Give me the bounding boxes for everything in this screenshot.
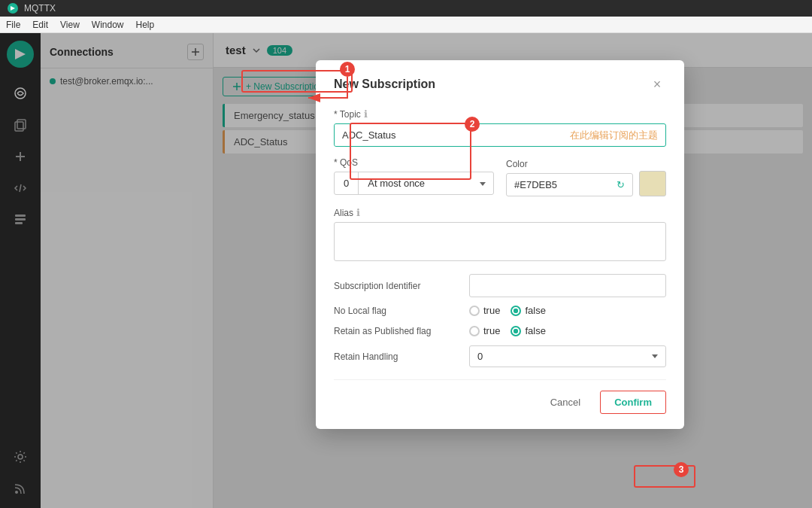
modal-title: New Subscription: [334, 78, 435, 91]
menu-edit[interactable]: Edit: [32, 20, 48, 30]
no-local-true-option[interactable]: true: [469, 305, 500, 316]
retain-handling-row: Retain Handling 0: [334, 345, 666, 367]
color-refresh-icon[interactable]: ↻: [609, 174, 632, 196]
menu-view[interactable]: View: [60, 20, 80, 30]
retain-handling-chevron: [652, 354, 658, 358]
subscription-identifier-input[interactable]: [469, 274, 666, 297]
retain-handling-select[interactable]: 0: [469, 345, 666, 367]
titlebar: MQTTX: [0, 0, 812, 17]
app-title: MQTTX: [24, 3, 56, 14]
qos-chevron-icon: [472, 172, 493, 194]
retain-published-false-radio[interactable]: [511, 326, 521, 336]
menu-window[interactable]: Window: [92, 20, 124, 30]
qos-col: * QoS 0 At most once: [334, 157, 494, 196]
subscription-identifier-label: Subscription Identifier: [334, 281, 469, 291]
alias-input[interactable]: [334, 222, 666, 261]
retain-published-label: Retain as Published flag: [334, 326, 469, 336]
svg-marker-0: [11, 6, 15, 11]
modal-close-button[interactable]: ×: [648, 75, 666, 93]
new-subscription-modal: New Subscription × * Topic ℹ 在此编辑订阅的主题 *…: [316, 60, 684, 429]
qos-label: * QoS: [334, 157, 494, 168]
topic-hint: 在此编辑订阅的主题: [570, 129, 658, 142]
menubar: File Edit View Window Help: [0, 17, 812, 33]
topic-input[interactable]: [335, 124, 561, 146]
retain-published-radio-group: true false: [469, 325, 546, 336]
cancel-button[interactable]: Cancel: [540, 391, 591, 413]
no-local-flag-row: No Local flag true false: [334, 305, 666, 316]
qos-value: 0: [335, 172, 359, 194]
subscription-identifier-row: Subscription Identifier: [334, 274, 666, 297]
alias-label: Alias ℹ: [334, 207, 666, 218]
alias-field-row: Alias ℹ: [334, 207, 666, 263]
color-col: Color #E7DEB5 ↻: [506, 157, 666, 196]
confirm-button[interactable]: Confirm: [600, 391, 666, 414]
retain-published-row: Retain as Published flag true false: [334, 325, 666, 336]
menu-file[interactable]: File: [6, 20, 20, 30]
menu-help[interactable]: Help: [136, 20, 155, 30]
color-value: #E7DEB5: [507, 174, 609, 196]
retain-published-true-option[interactable]: true: [469, 325, 500, 336]
no-local-radio-group: true false: [469, 305, 546, 316]
no-local-true-radio[interactable]: [469, 306, 480, 316]
qos-text: At most once: [359, 172, 472, 194]
app-icon: [8, 3, 18, 14]
modal-footer: Cancel Confirm: [334, 379, 666, 414]
no-local-false-option[interactable]: false: [511, 305, 545, 316]
qos-select[interactable]: 0 At most once: [334, 172, 494, 195]
retain-handling-label: Retain Handling: [334, 351, 469, 362]
topic-label: * Topic ℹ: [334, 108, 666, 120]
color-swatch-button[interactable]: [639, 171, 666, 196]
retain-published-true-radio[interactable]: [469, 326, 480, 336]
color-input-row: #E7DEB5 ↻: [506, 173, 633, 196]
retain-published-false-option[interactable]: false: [511, 325, 545, 336]
no-local-label: No Local flag: [334, 306, 469, 316]
modal-header: New Subscription ×: [334, 75, 666, 93]
qos-color-row: * QoS 0 At most once Color #E7DEB5 ↻: [334, 157, 666, 196]
topic-field-row: * Topic ℹ 在此编辑订阅的主题: [334, 108, 666, 147]
retain-handling-value: 0: [477, 351, 483, 362]
color-label: Color: [506, 159, 633, 169]
no-local-false-radio[interactable]: [511, 306, 521, 316]
topic-info-icon[interactable]: ℹ: [364, 108, 368, 120]
alias-info-icon[interactable]: ℹ: [356, 207, 360, 218]
